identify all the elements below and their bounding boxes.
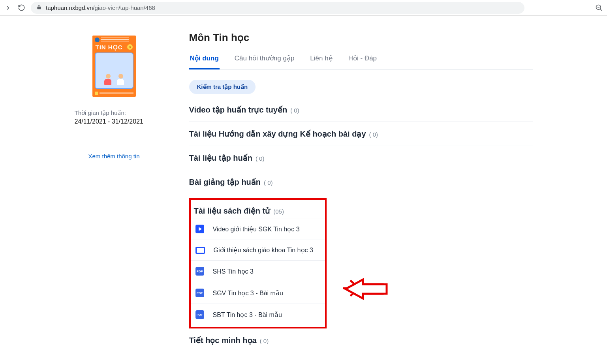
- arrow-annotation-icon: [343, 277, 391, 301]
- browser-chrome: taphuan.nxbgd.vn/giao-vien/tap-huan/468: [0, 0, 607, 16]
- section-docs[interactable]: Tài liệu tập huấn ( 0): [189, 146, 533, 170]
- slide-icon: [195, 247, 205, 254]
- section-title: Tài liệu sách điện tử: [194, 206, 271, 216]
- exam-chip[interactable]: Kiểm tra tập huấn: [189, 80, 256, 94]
- forward-button[interactable]: [4, 4, 12, 12]
- more-info-link[interactable]: Xem thêm thông tin: [88, 153, 139, 159]
- book-cover[interactable]: TIN HỌC 3: [92, 36, 136, 97]
- section-count: ( 0): [260, 338, 269, 344]
- url-text: taphuan.nxbgd.vn/giao-vien/tap-huan/468: [46, 4, 155, 11]
- ebook-item[interactable]: PDF SBT Tin học 3 - Bài mẫu: [191, 304, 325, 325]
- section-count: (05): [273, 208, 284, 215]
- section-count: ( 0): [290, 107, 299, 114]
- lock-icon: [36, 4, 42, 11]
- video-icon: [195, 225, 204, 233]
- ebook-item-label: SGV Tin học 3 - Bài mẫu: [213, 289, 283, 297]
- section-count: ( 0): [369, 131, 378, 138]
- ebook-item-label: Giới thiệu sách giáo khoa Tin học 3: [214, 246, 313, 254]
- address-bar[interactable]: taphuan.nxbgd.vn/giao-vien/tap-huan/468: [31, 2, 524, 14]
- svg-line-1: [600, 9, 602, 11]
- section-count: ( 0): [264, 179, 273, 186]
- section-title: Video tập huấn trực tuyến: [189, 105, 288, 114]
- training-period-label: Thời gian tập huấn:: [75, 109, 154, 116]
- ebook-highlight-box: Tài liệu sách điện tử (05) Video giới th…: [189, 198, 327, 328]
- ebook-item[interactable]: PDF SGV Tin học 3 - Bài mẫu: [191, 282, 325, 304]
- main-content: Môn Tin học Nội dung Câu hỏi thường gặp …: [189, 24, 533, 352]
- reload-button[interactable]: [17, 4, 25, 12]
- pdf-icon: PDF: [195, 289, 204, 297]
- section-title: Bài giảng tập huấn: [189, 177, 261, 187]
- ebook-item-label: Video giới thiệu SGK Tin học 3: [213, 225, 300, 233]
- section-title: Tài liệu Hướng dẫn xây dựng Kế hoạch bài…: [189, 129, 366, 139]
- page-title: Môn Tin học: [189, 32, 533, 44]
- ebook-item[interactable]: Video giới thiệu SGK Tin học 3: [191, 218, 325, 240]
- tab-hoi-dap[interactable]: Hỏi - Đáp: [348, 51, 378, 69]
- zoom-out-icon[interactable]: [595, 4, 603, 12]
- page-body: TIN HỌC 3 Thời gian tập huấn: 24/11/2021…: [0, 16, 607, 364]
- tab-lien-he[interactable]: Liên hệ: [309, 51, 333, 69]
- section-count: ( 0): [256, 155, 265, 162]
- pdf-icon: PDF: [195, 267, 204, 276]
- ebook-item-label: SHS Tin học 3: [213, 268, 254, 275]
- grade-badge: 3: [127, 44, 133, 50]
- tab-noi-dung[interactable]: Nội dung: [189, 51, 220, 69]
- section-lecture[interactable]: Bài giảng tập huấn ( 0): [189, 170, 533, 194]
- ebook-item-label: SBT Tin học 3 - Bài mẫu: [213, 311, 282, 319]
- pdf-icon: PDF: [195, 310, 204, 319]
- section-guide[interactable]: Tài liệu Hướng dẫn xây dựng Kế hoạch bài…: [189, 122, 533, 146]
- training-period: Thời gian tập huấn: 24/11/2021 - 31/12/2…: [75, 109, 154, 125]
- publisher-logo-icon: [95, 38, 100, 42]
- tab-cau-hoi[interactable]: Câu hỏi thường gặp: [234, 51, 295, 69]
- ebook-item[interactable]: PDF SHS Tin học 3: [191, 260, 325, 282]
- section-title: Tài liệu tập huấn: [189, 153, 252, 163]
- section-title: Tiết học minh họa: [189, 336, 257, 345]
- tab-bar: Nội dung Câu hỏi thường gặp Liên hệ Hỏi …: [189, 51, 533, 69]
- section-ebook[interactable]: Tài liệu sách điện tử (05): [191, 200, 325, 218]
- section-demo-lesson[interactable]: Tiết học minh họa ( 0): [189, 328, 533, 352]
- sidebar: TIN HỌC 3 Thời gian tập huấn: 24/11/2021…: [75, 24, 154, 352]
- ebook-item[interactable]: Giới thiệu sách giáo khoa Tin học 3: [191, 240, 325, 260]
- cover-title: TIN HỌC: [92, 43, 126, 51]
- section-video[interactable]: Video tập huấn trực tuyến ( 0): [189, 98, 533, 122]
- training-period-value: 24/11/2021 - 31/12/2021: [75, 118, 154, 125]
